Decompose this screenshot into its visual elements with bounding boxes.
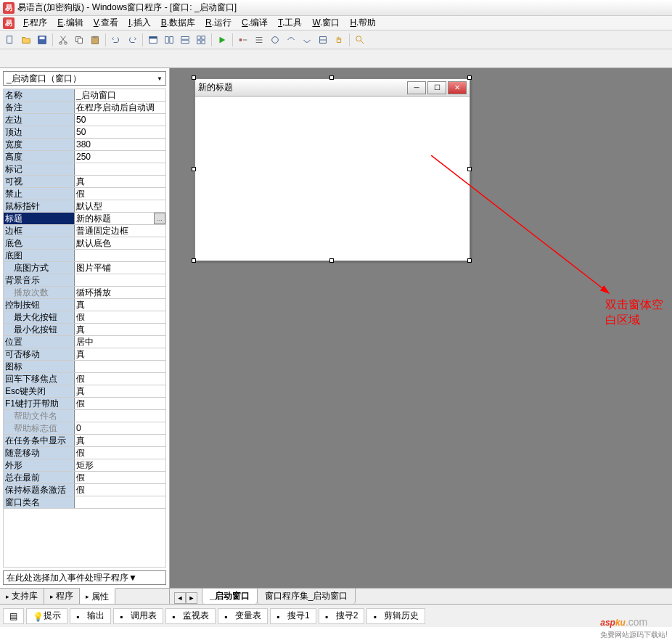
property-value[interactable] (75, 496, 165, 508)
status-item[interactable]: ▪搜寻1 (270, 608, 316, 624)
property-row[interactable]: 位置居中 (4, 336, 165, 348)
panel-tab[interactable]: ▸程序 (44, 589, 80, 604)
step6-icon[interactable] (316, 33, 330, 47)
property-row[interactable]: 控制按钮真 (4, 299, 165, 311)
property-value[interactable]: 真 (75, 299, 165, 311)
status-item[interactable]: ▪调用表 (113, 608, 163, 624)
open-icon[interactable] (19, 33, 33, 47)
status-item[interactable]: ▪变量表 (218, 608, 268, 624)
window4-icon[interactable] (194, 33, 208, 47)
property-row[interactable]: 左边50 (4, 114, 165, 126)
step3-icon[interactable] (268, 33, 282, 47)
window3-icon[interactable] (178, 33, 192, 47)
property-value[interactable]: 循环播放 (75, 287, 165, 298)
status-item[interactable]: ▪监视表 (165, 608, 216, 624)
property-row[interactable]: F1键打开帮助假 (4, 398, 165, 410)
property-value[interactable] (75, 250, 165, 261)
property-row[interactable]: 帮助文件名 (4, 410, 165, 422)
paste-icon[interactable] (88, 33, 102, 47)
property-value[interactable]: 矩形 (75, 459, 165, 471)
property-value[interactable]: 居中 (75, 336, 165, 348)
object-selector[interactable]: _启动窗口（窗口） ▼ (3, 71, 166, 86)
property-row[interactable]: 图标 (4, 361, 165, 373)
step2-icon[interactable] (252, 33, 266, 47)
property-value[interactable]: 假 (75, 311, 165, 323)
window2-icon[interactable] (162, 33, 176, 47)
property-row[interactable]: 帮助标志值0 (4, 422, 165, 435)
property-value[interactable]: 真 (75, 324, 165, 335)
property-row[interactable]: 高度250 (4, 151, 165, 163)
property-value[interactable]: 普通固定边框 (75, 225, 165, 237)
property-row[interactable]: 宽度380 (4, 139, 165, 151)
property-value[interactable]: 380 (75, 139, 165, 150)
property-row[interactable]: 鼠标指针默认型 (4, 200, 165, 213)
close-button[interactable]: ✕ (448, 81, 467, 94)
panel-tab[interactable]: ▸支持库 (0, 589, 44, 604)
resize-handle[interactable] (467, 75, 472, 80)
property-row[interactable]: 最小化按钮真 (4, 324, 165, 336)
minimize-button[interactable]: ─ (407, 81, 426, 94)
menu-tools[interactable]: T.工具 (274, 15, 306, 30)
status-item[interactable]: ▪搜寻2 (319, 608, 365, 624)
copy-icon[interactable] (72, 33, 86, 47)
property-row[interactable]: 标记 (4, 163, 165, 176)
property-value[interactable]: 真 (75, 435, 165, 446)
resize-handle[interactable] (192, 75, 196, 80)
property-row[interactable]: 在任务条中显示真 (4, 435, 165, 447)
property-row[interactable]: 顶边50 (4, 126, 165, 139)
undo-icon[interactable] (109, 33, 123, 47)
menu-window[interactable]: W.窗口 (308, 15, 344, 30)
cut-icon[interactable] (56, 33, 70, 47)
property-row[interactable]: 底色默认底色 (4, 237, 165, 250)
property-value[interactable]: 假 (75, 188, 165, 200)
step5-icon[interactable] (300, 33, 314, 47)
property-value[interactable]: 真 (75, 348, 165, 360)
property-value[interactable]: _启动窗口 (75, 89, 165, 101)
status-item[interactable]: ▪输出 (70, 608, 111, 624)
property-row[interactable]: 可否移动真 (4, 348, 165, 361)
menu-file[interactable]: F.程序 (19, 15, 52, 30)
resize-handle[interactable] (329, 258, 334, 263)
form-designer[interactable]: 新的标题 ─ ☐ ✕ (194, 78, 470, 261)
property-value[interactable]: 假 (75, 447, 165, 459)
property-row[interactable]: 边框普通固定边框 (4, 225, 165, 237)
save-icon[interactable] (35, 33, 49, 47)
property-value[interactable]: 250 (75, 151, 165, 163)
menu-insert[interactable]: I.插入 (124, 15, 155, 30)
property-value[interactable] (75, 274, 165, 286)
property-row[interactable]: 名称_启动窗口 (4, 89, 165, 102)
property-row[interactable]: 底图 (4, 250, 165, 262)
design-form-window[interactable]: 新的标题 ─ ☐ ✕ (194, 78, 470, 261)
property-value[interactable]: 50 (75, 126, 165, 138)
property-row[interactable]: 总在最前假 (4, 472, 165, 484)
redo-icon[interactable] (125, 33, 139, 47)
property-row[interactable]: 最大化按钮假 (4, 311, 165, 324)
design-canvas[interactable]: 新的标题 ─ ☐ ✕ 双击窗体空白区域 ◄ ► _启动窗口窗口程序集_启动窗口 (170, 68, 672, 604)
property-row[interactable]: 外形矩形 (4, 459, 165, 472)
find-icon[interactable] (353, 33, 367, 47)
property-value[interactable]: 真 (75, 176, 165, 187)
property-row[interactable]: 播放次数循环播放 (4, 287, 165, 299)
property-row[interactable]: 回车下移焦点假 (4, 373, 165, 385)
form-body[interactable] (195, 97, 470, 261)
property-row[interactable]: 窗口类名 (4, 496, 165, 509)
property-value[interactable] (75, 361, 165, 372)
menu-view[interactable]: V.查看 (89, 15, 123, 30)
window1-icon[interactable] (146, 33, 160, 47)
maximize-button[interactable]: ☐ (427, 81, 446, 94)
property-value[interactable]: 假 (75, 398, 165, 409)
property-value[interactable]: 真 (75, 385, 165, 397)
event-selector[interactable]: 在此处选择加入事件处理子程序 ▼ (3, 570, 166, 585)
property-row[interactable]: 禁止假 (4, 188, 165, 200)
status-toggle[interactable]: ▤ (3, 608, 24, 624)
resize-handle[interactable] (192, 167, 196, 171)
property-value[interactable]: 默认底色 (75, 237, 165, 249)
status-item[interactable]: 💡提示 (26, 608, 67, 624)
panel-tab[interactable]: ▸属性 (80, 588, 115, 604)
document-tab[interactable]: _启动窗口 (202, 588, 258, 604)
step4-icon[interactable] (284, 33, 298, 47)
property-grid[interactable]: 名称_启动窗口备注在程序启动后自动调左边50顶边50宽度380高度250标记可视… (3, 89, 166, 568)
property-row[interactable]: 底图方式图片平铺 (4, 262, 165, 274)
property-row[interactable]: 背景音乐 (4, 274, 165, 287)
tab-prev-icon[interactable]: ◄ (174, 592, 186, 604)
